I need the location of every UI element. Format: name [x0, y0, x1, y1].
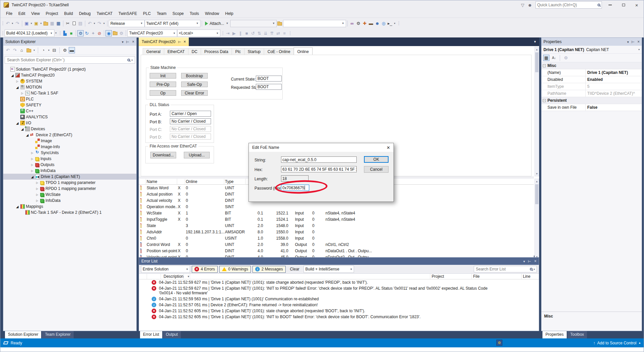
expand-arrow-icon[interactable]: ◢ [10, 74, 14, 77]
dropdown-icon[interactable]: ▾ [11, 20, 14, 27]
collapse-icon[interactable]: − [543, 64, 546, 67]
dock-tab-team-explorer[interactable]: Team Explorer [42, 331, 73, 338]
tree-item-motion[interactable]: ◢MOTION [3, 84, 136, 90]
search-options-icon[interactable]: ▾ [534, 268, 535, 271]
expand-arrow-icon[interactable]: ◢ [25, 133, 29, 137]
team-explorer-icon[interactable]: ☻ [374, 20, 381, 27]
tree-item-c-[interactable]: C++ [3, 108, 136, 114]
property-value[interactable]: 5 [586, 84, 590, 89]
expand-arrow-icon[interactable]: ▷ [35, 199, 39, 202]
warnings-filter-button[interactable]: 0 Warnings [219, 266, 251, 273]
categorized-icon[interactable]: ▦ [543, 55, 549, 61]
error-search-input[interactable] [476, 267, 530, 271]
error-entry[interactable]: i04-Jan-21 11:52:59 563 ms | 'Drive 1 (C… [139, 296, 539, 302]
column-type[interactable]: Type [224, 179, 246, 184]
tree-item-inputs[interactable]: ▷Inputs [3, 156, 136, 162]
error-entry[interactable]: ✕04-Jan-21 11:52:52 605 ms | 'Drive 1 (C… [139, 314, 539, 320]
pin-icon[interactable]: ⊥ [631, 40, 635, 43]
magic-wand-icon[interactable]: ✦ [90, 30, 96, 36]
navigate-backward-icon[interactable]: ↶ [5, 20, 11, 27]
property-value[interactable]: TIID^Device 2 (EtherCAT)^ [586, 91, 635, 96]
open-folder-icon[interactable] [43, 20, 49, 27]
close-icon[interactable]: × [183, 39, 186, 44]
property-row[interactable]: ItemType5 [541, 83, 642, 90]
expand-arrow-icon[interactable]: ◢ [30, 175, 34, 179]
dropdown-icon[interactable]: ▾ [638, 48, 640, 51]
download-button[interactable]: Download... [150, 152, 176, 158]
tree-item-twincat-project20[interactable]: ◢TwinCAT Project20 [3, 72, 136, 78]
tree-item-i-o[interactable]: ◢I/O [3, 120, 136, 126]
preview-selected-items-icon[interactable]: ▬ [69, 47, 75, 53]
pending-changes-filter-icon[interactable]: ◔ [40, 47, 46, 53]
dropdown-icon[interactable]: ▾ [30, 20, 33, 27]
error-entry[interactable]: ✕04-Jan-21 11:52:59 627 ms | 'Drive 1 (C… [139, 285, 539, 296]
cut-icon[interactable]: ✂ [65, 20, 71, 27]
tree-item-devices[interactable]: ◢Devices [3, 126, 136, 132]
dropdown-icon[interactable]: ▾ [39, 20, 43, 27]
toggle-free-run-icon[interactable]: ⚙ [118, 30, 124, 36]
solution-scope-icon[interactable]: ■ [68, 30, 74, 36]
pin-icon[interactable]: ⊥ [178, 40, 181, 43]
scope-filter-combo[interactable]: Entire Solution▼ [141, 265, 190, 273]
new-project-icon[interactable]: ▣ [24, 20, 30, 27]
property-row[interactable]: DisabledEnabled [541, 76, 642, 83]
web-browser-icon[interactable]: ◎ [381, 20, 387, 27]
wrench-icon[interactable]: ⚙ [355, 20, 362, 27]
upload-button[interactable]: Upload... [184, 152, 210, 158]
properties-titlebar[interactable]: Properties ▾ ⊥ × [541, 38, 642, 46]
dock-tab-properties[interactable]: Properties [542, 331, 567, 338]
navigate-forward-icon[interactable]: ↷ [14, 20, 21, 27]
close-icon[interactable]: × [534, 259, 537, 264]
solution-explorer-search[interactable]: ▾ [5, 56, 135, 64]
expand-arrow-icon[interactable]: ▷ [30, 151, 34, 154]
tree-item-tpdo-1-mapping-parameter[interactable]: ▷TPDO 1 mapping parameter [3, 180, 136, 186]
tree-item-image[interactable]: Image [3, 138, 136, 144]
menu-window[interactable]: Window [202, 10, 222, 17]
expand-arrow-icon[interactable]: ▷ [35, 181, 39, 184]
attach-button[interactable]: Attach...▼ [203, 21, 230, 26]
error-list-titlebar[interactable]: Error List ▾ ⊥ × [139, 258, 539, 265]
variable-row[interactable]: Control WordX0UINT2.039.0Output0nCtrl1, … [139, 241, 534, 248]
dropdown-icon[interactable]: ▾ [93, 20, 96, 27]
twincat-status-icon[interactable]: ⚙ [496, 340, 502, 346]
tree-item-solution-twincat-project20-1-project-[interactable]: Solution 'TwinCAT Project20' (1 project) [3, 66, 136, 72]
undo-icon[interactable]: ↶ [87, 20, 93, 27]
dock-tab-toolbox[interactable]: Toolbox [567, 331, 587, 338]
variable-row[interactable]: Operation mode...X0SINT [139, 204, 534, 210]
expand-arrow-icon[interactable]: ◢ [15, 121, 19, 125]
menu-file[interactable]: File [3, 10, 15, 17]
open-folder-icon[interactable] [277, 20, 283, 27]
briefcase-icon[interactable]: ▬ [368, 20, 374, 27]
window-position-icon[interactable]: ▾ [627, 40, 629, 44]
error-entry[interactable]: ✕04-Jan-21 11:52:52 605 ms | 'Drive 1 (C… [139, 308, 539, 314]
menu-team[interactable]: Team [154, 10, 169, 17]
process-combo[interactable]: ▼ [230, 20, 277, 27]
tree-item-infodata[interactable]: ▷InfoData [3, 168, 136, 174]
pin-icon[interactable]: ⊥ [126, 40, 130, 43]
error-list-search[interactable]: ▾ [474, 266, 537, 272]
dialog-titlebar[interactable]: Edit FoE Name ✕ [249, 143, 394, 152]
target-system-combo[interactable]: <Local>▼ [177, 29, 220, 37]
grid-vertical-scrollbar[interactable]: ▲▼ [535, 179, 539, 260]
notifications-icon[interactable]: ▽ [521, 3, 524, 8]
collapse-all-icon[interactable]: ⊟ [51, 47, 57, 53]
home-icon[interactable]: ⌂ [19, 47, 25, 53]
register-runtime-icon[interactable]: ⊘ [96, 30, 103, 36]
sync-view-icon[interactable]: ≡ [281, 30, 288, 36]
menu-tools[interactable]: Tools [187, 10, 202, 17]
build-filter-combo[interactable]: Build + IntelliSense▼ [304, 265, 354, 273]
state-button-pre-op[interactable]: Pre-Op [150, 82, 176, 87]
collapse-icon[interactable]: − [543, 99, 546, 102]
dock-tab-output[interactable]: Output [163, 331, 181, 338]
expand-arrow-icon[interactable]: ▷ [30, 169, 34, 172]
vs-logo-icon[interactable]: ∞ [349, 20, 355, 27]
property-value[interactable]: Drive 1 (Capitan NET) [586, 70, 628, 75]
expand-arrow-icon[interactable]: ◢ [15, 205, 19, 208]
expand-arrow-icon[interactable]: ▷ [20, 92, 24, 95]
properties-object-selector[interactable]: Drive 1 (Capitan NET) Capitan NET ▾ [541, 46, 642, 54]
property-row[interactable]: PathNameTIID^Device 2 (EtherCAT)^ [541, 90, 642, 97]
expand-arrow-icon[interactable]: ◢ [15, 86, 19, 89]
expand-arrow-icon[interactable]: ▷ [35, 187, 39, 190]
tree-item-image-info[interactable]: Image-Info [3, 144, 136, 150]
step-over-icon[interactable]: ⇅ [256, 30, 262, 36]
